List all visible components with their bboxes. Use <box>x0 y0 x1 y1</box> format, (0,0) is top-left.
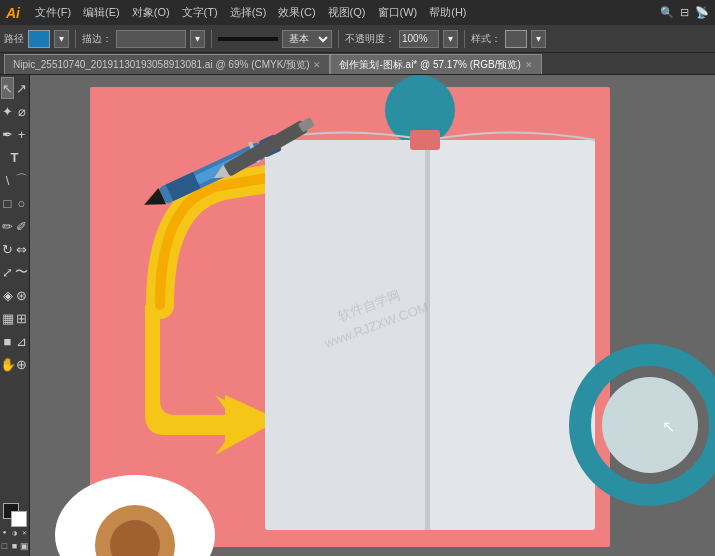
menu-effect[interactable]: 效果(C) <box>273 3 320 22</box>
scale-tool[interactable]: ⤢ <box>1 261 14 283</box>
separator-4 <box>464 30 465 48</box>
view-tools: ✋ ⊕ <box>1 353 28 375</box>
mesh-tool[interactable]: ⊞ <box>15 307 28 329</box>
rect-tool[interactable]: □ <box>1 192 14 214</box>
titlebar-right: 🔍 ⊟ 📡 <box>660 6 709 19</box>
app-logo: Ai <box>6 5 20 21</box>
left-toolbar: ↖ ↗ ✦ ⌀ ✒ + T \ ⌒ □ ○ ✏ ✐ ↻ ⇔ ⤢ 〜 <box>0 75 30 556</box>
select-tool[interactable]: ↖ <box>1 77 14 99</box>
direct-select-tool[interactable]: ↗ <box>15 77 28 99</box>
menu-select[interactable]: 选择(S) <box>225 3 272 22</box>
pen-tool[interactable]: ✒ <box>1 123 14 145</box>
style-label: 样式： <box>471 32 501 46</box>
search-icon[interactable]: 🔍 <box>660 6 674 19</box>
scale-tools: ⤢ 〜 <box>1 261 28 283</box>
wand-lasso-tools: ✦ ⌀ <box>1 100 28 122</box>
blend-tool[interactable]: ◈ <box>1 284 14 306</box>
fill-tools: ■ ⊿ <box>1 330 28 352</box>
background-color[interactable] <box>11 511 27 527</box>
stroke-select[interactable] <box>116 30 186 48</box>
arrange-icon[interactable]: ⊟ <box>680 6 689 19</box>
canvas-svg <box>30 75 715 556</box>
separator-3 <box>338 30 339 48</box>
menu-window[interactable]: 窗口(W) <box>373 3 423 22</box>
opacity-label: 不透明度： <box>345 32 395 46</box>
fill-color-box[interactable] <box>28 30 50 48</box>
style-dropdown[interactable]: ▾ <box>531 30 546 48</box>
color-mode-btn[interactable]: ● <box>0 529 9 537</box>
svg-rect-10 <box>410 130 440 150</box>
graph-tools: ▦ ⊞ <box>1 307 28 329</box>
fullscreen-btn[interactable]: ▣ <box>20 541 29 550</box>
ellipse-tool[interactable]: ○ <box>15 192 28 214</box>
menu-view[interactable]: 视图(Q) <box>323 3 371 22</box>
path-label: 路径 <box>4 32 24 46</box>
column-graph-tool[interactable]: ▦ <box>1 307 14 329</box>
stroke-dropdown[interactable]: ▾ <box>190 30 205 48</box>
gradient-tool[interactable]: ■ <box>1 330 14 352</box>
lasso-tool[interactable]: ⌀ <box>15 100 28 122</box>
normal-screen-btn[interactable]: □ <box>0 541 9 550</box>
tab-2-label: 创作策划-图标.ai* @ 57.17% (RGB/预览) <box>339 58 520 72</box>
zoom-tool[interactable]: ⊕ <box>15 353 28 375</box>
style-color-box[interactable] <box>505 30 527 48</box>
tab-2[interactable]: 创作策划-图标.ai* @ 57.17% (RGB/预览) ✕ <box>330 54 541 74</box>
blend-tools: ◈ ⊛ <box>1 284 28 306</box>
symbol-tool[interactable]: ⊛ <box>15 284 28 306</box>
stroke-line-preview <box>218 37 278 41</box>
type-tool[interactable]: T <box>2 146 28 168</box>
svg-point-21 <box>602 377 698 473</box>
rotate-tool[interactable]: ↻ <box>1 238 14 260</box>
fg-bg-swatches[interactable] <box>3 503 27 527</box>
none-mode-btn[interactable]: ✕ <box>20 529 29 537</box>
brush-tool[interactable]: ✏ <box>1 215 14 237</box>
menu-bar: 文件(F) 编辑(E) 对象(O) 文字(T) 选择(S) 效果(C) 视图(Q… <box>30 3 472 22</box>
svg-rect-9 <box>430 140 595 530</box>
color-mode-buttons: ● ◑ ✕ <box>0 529 29 537</box>
broadcast-icon: 📡 <box>695 6 709 19</box>
pencil-tool[interactable]: ✐ <box>15 215 28 237</box>
magic-wand-tool[interactable]: ✦ <box>1 100 14 122</box>
arc-tool[interactable]: ⌒ <box>15 169 28 191</box>
tab-1[interactable]: Nipic_25510740_20191130193058913081.ai @… <box>4 54 330 74</box>
separator-1 <box>75 30 76 48</box>
menu-object[interactable]: 对象(O) <box>127 3 175 22</box>
opacity-input[interactable] <box>399 30 439 48</box>
pen-tools: ✒ + <box>1 123 28 145</box>
eyedropper-tool[interactable]: ⊿ <box>15 330 28 352</box>
line-type-select[interactable]: 基本 <box>282 30 332 48</box>
stroke-label: 描边： <box>82 32 112 46</box>
options-bar: 路径 ▾ 描边： ▾ 基本 不透明度： ▾ 样式： ▾ <box>0 25 715 53</box>
tab-bar: Nipic_25510740_20191130193058913081.ai @… <box>0 53 715 75</box>
add-anchor-tool[interactable]: + <box>15 123 28 145</box>
gradient-mode-btn[interactable]: ◑ <box>10 529 19 537</box>
menu-file[interactable]: 文件(F) <box>30 3 76 22</box>
separator-2 <box>211 30 212 48</box>
line-tools: \ ⌒ <box>1 169 28 191</box>
reflect-tool[interactable]: ⇔ <box>15 238 28 260</box>
menu-help[interactable]: 帮助(H) <box>424 3 471 22</box>
menu-edit[interactable]: 编辑(E) <box>78 3 125 22</box>
title-bar: Ai 文件(F) 编辑(E) 对象(O) 文字(T) 选择(S) 效果(C) 视… <box>0 0 715 25</box>
tab-1-close[interactable]: ✕ <box>313 60 321 70</box>
tab-2-close[interactable]: ✕ <box>525 60 533 70</box>
tab-1-label: Nipic_25510740_20191130193058913081.ai @… <box>13 58 309 72</box>
full-screen-btn[interactable]: ■ <box>10 541 19 550</box>
menu-text[interactable]: 文字(T) <box>177 3 223 22</box>
screen-mode-buttons: □ ■ ▣ <box>0 541 29 550</box>
color-swatches: ● ◑ ✕ □ ■ ▣ <box>0 499 29 554</box>
stroke-preview <box>218 37 278 41</box>
canvas-area[interactable]: 软件自学网 www.RJZXW.COM ↖ <box>30 75 715 556</box>
brush-tools: ✏ ✐ <box>1 215 28 237</box>
opacity-dropdown[interactable]: ▾ <box>443 30 458 48</box>
select-tools: ↖ ↗ <box>1 77 28 99</box>
fill-dropdown[interactable]: ▾ <box>54 30 69 48</box>
shape-tools: □ ○ <box>1 192 28 214</box>
warp-tool[interactable]: 〜 <box>15 261 28 283</box>
transform-tools: ↻ ⇔ <box>1 238 28 260</box>
line-tool[interactable]: \ <box>1 169 14 191</box>
main-area: ↖ ↗ ✦ ⌀ ✒ + T \ ⌒ □ ○ ✏ ✐ ↻ ⇔ ⤢ 〜 <box>0 75 715 556</box>
hand-tool[interactable]: ✋ <box>1 353 14 375</box>
svg-rect-7 <box>265 140 430 530</box>
